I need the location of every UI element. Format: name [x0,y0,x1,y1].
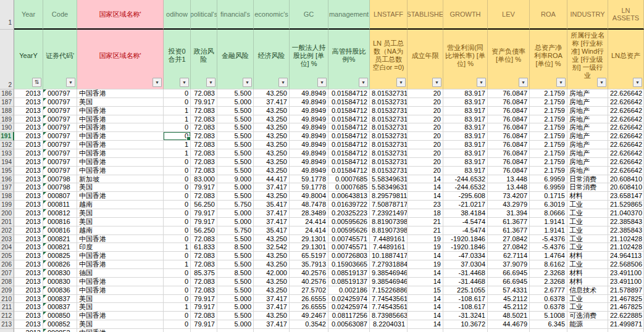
cell-odihow[interactable]: 0 [164,167,191,175]
cell-industry[interactable]: 材料 [567,269,608,278]
row-label-206[interactable]: 206 [0,260,14,269]
cell-economic[interactable]: 35.417 [254,226,290,235]
cell-lnassets[interactable]: 22.626642 [608,158,644,167]
cell-lnstaff[interactable]: 8.01532731 [370,158,408,167]
col-established-header-cn[interactable]: 成立年限▼ [408,30,443,89]
cell-country[interactable]: 新加坡 [77,175,164,184]
cell-industry[interactable]: 房地产 [567,149,608,158]
cell-management[interactable]: 0.15903665 [328,260,370,269]
cell-year[interactable]: 2013 [14,209,43,218]
cell-code[interactable]: 000852 [43,320,77,329]
cell-management[interactable]: 0.00563087 [328,320,370,329]
cell-roa[interactable]: 8.0666 [530,209,567,218]
cell-code[interactable]: 000821 [43,235,77,244]
cell-lnassets[interactable]: 22.385843 [608,226,644,235]
col-financial-header-cn[interactable]: 金融风险▼ [217,30,254,89]
cell-lev[interactable]: 76.0847 [488,123,530,132]
cell-industry[interactable]: 工业 [567,303,608,312]
row-label-212[interactable]: 212 [0,312,14,320]
cell-established[interactable]: 23 [408,201,443,209]
cell-financial[interactable]: 5.500 [217,312,254,320]
col-country-header-en[interactable]: 国家区域名称' [77,0,164,30]
cell-economic[interactable]: 37.417 [254,295,290,304]
cell-gc[interactable]: 49.8949 [290,107,328,115]
cell-industry[interactable] [567,329,608,332]
cell-lev[interactable]: 66.6945 [488,278,530,286]
cell-year[interactable]: 2013 [14,252,43,260]
cell-gc[interactable]: 59.1778 [290,183,328,192]
cell-roa[interactable]: -5.4376 [530,235,567,244]
cell-year[interactable]: 2013 [14,158,43,167]
cell-political[interactable]: 79.917 [191,320,217,329]
cell-year[interactable]: 2013 [14,243,43,252]
cell-odihow[interactable]: 1 [164,107,191,115]
cell-industry[interactable]: 工业 [567,295,608,304]
cell-established[interactable]: 20 [408,149,443,158]
cell-year[interactable]: 2013 [14,286,43,295]
cell-country[interactable]: 中国香港 [77,329,164,332]
cell-code[interactable]: 000821 [43,243,77,252]
cell-code[interactable]: 000797 [43,132,77,141]
cell-political[interactable]: 72.083 [191,158,217,167]
cell-code[interactable]: 000850 [43,312,77,320]
cell-industry[interactable]: 工业 [567,260,608,269]
cell-established[interactable]: 14 [408,175,443,184]
cell-year[interactable]: 2013 [14,98,43,107]
cell-political[interactable]: 72.083 [191,115,217,124]
cell-established[interactable]: 14 [408,312,443,320]
cell-established[interactable]: 20 [408,141,443,149]
cell-odihow[interactable]: 0 [164,218,191,226]
cell-odihow[interactable]: 0 [164,123,191,132]
cell-roa[interactable]: 2.1759 [530,123,567,132]
cell-established[interactable]: 14 [408,183,443,192]
filter-dropdown-icon[interactable]: ▼ [597,78,606,87]
cell-growth[interactable]: -1920.1846 [443,235,488,244]
row-label-190[interactable]: 190 [0,123,14,132]
col-lev-header-en[interactable]: LEV [488,0,530,30]
cell-lnstaff[interactable]: 8.01532731 [370,115,408,124]
cell-roa[interactable]: 2.6777 [530,286,567,295]
cell-lev[interactable]: 48.5021 [488,312,530,320]
cell-lnstaff[interactable]: 10.1887417 [370,252,408,260]
cell-code[interactable]: 000797 [43,123,77,132]
cell-odihow[interactable]: 0 [164,89,191,98]
cell-established[interactable]: 20 [408,107,443,115]
cell-roa[interactable]: 2.1759 [530,98,567,107]
cell-code[interactable]: 000797 [43,158,77,167]
cell-roa[interactable] [530,329,567,332]
row-label-195[interactable]: 195 [0,167,14,175]
cell-lnstaff[interactable]: 8.01532731 [370,141,408,149]
col-year-header-en[interactable]: Year [14,0,43,30]
cell-year[interactable]: 2013 [14,107,43,115]
cell-lnstaff[interactable]: 7.50878717 [370,201,408,209]
cell-odihow[interactable]: 0 [164,226,191,235]
cell-industry[interactable]: 工业 [567,218,608,226]
cell-growth[interactable]: -47.0334 [443,252,488,260]
cell-lev[interactable]: 76.0847 [488,89,530,98]
cell-economic[interactable]: 37.417 [254,209,290,218]
cell-country[interactable]: 美国 [77,218,164,226]
cell-lnstaff[interactable]: 8.73985663 [370,312,408,320]
cell-year[interactable]: 2013 [14,149,43,158]
filter-dropdown-icon[interactable]: ▼ [396,78,406,87]
cell-lnstaff[interactable]: 7.74543561 [370,295,408,304]
col-country-header-cn[interactable]: 国家区域名称'▼ [77,30,164,89]
row-label-209[interactable]: 209 [0,286,14,295]
cell-established[interactable]: 20 [408,132,443,141]
cell-political[interactable]: 72.083 [191,260,217,269]
cell-established[interactable]: 21 [408,226,443,235]
cell-gc[interactable]: 49.8949 [290,149,328,158]
cell-code[interactable]: 000816 [43,218,77,226]
cell-industry[interactable]: 房地产 [567,167,608,175]
cell-lnassets[interactable]: 22.568506 [608,260,644,269]
cell-odihow[interactable]: 0 [164,295,191,304]
cell-financial[interactable]: 5.500 [217,286,254,295]
cell-lnstaff[interactable]: 7.23921497 [370,209,408,218]
cell-lev[interactable]: 61.3677 [488,226,530,235]
row-label-188[interactable]: 188 [0,107,14,115]
cell-growth[interactable]: -244.6532 [443,183,488,192]
cell-gc[interactable]: 24.414 [290,218,328,226]
cell-growth[interactable]: 83.917 [443,89,488,98]
cell-financial[interactable]: 5.500 [217,158,254,167]
cell-management[interactable]: 0.00595626 [328,218,370,226]
